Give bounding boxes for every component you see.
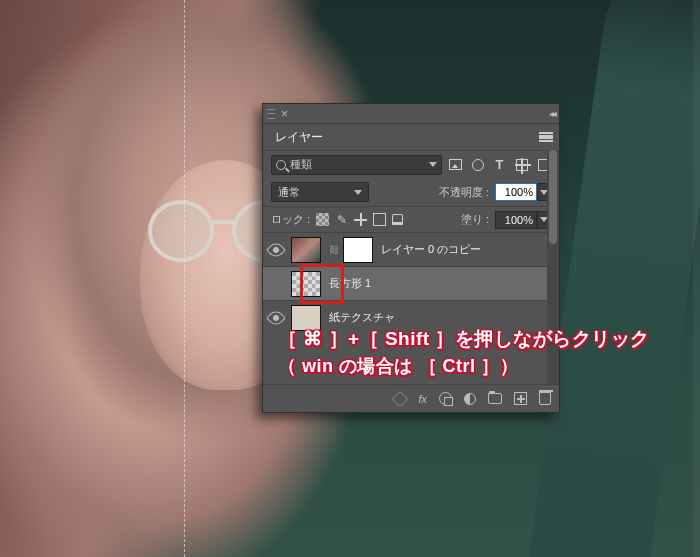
- scrollbar-thumb[interactable]: [549, 150, 557, 244]
- document-scrollbar[interactable]: [693, 0, 700, 557]
- callout-line-1: ［ ⌘ ］+［ Shift ］を押しながらクリック: [278, 324, 688, 353]
- callout-line-2: （ win の場合は ［ Ctrl ］）: [278, 353, 688, 381]
- layer-filter-label: 種類: [290, 157, 312, 172]
- selection-marching-ants: [184, 0, 186, 557]
- filter-shape-icon[interactable]: [514, 157, 529, 172]
- fill-label: 塗り :: [461, 212, 489, 227]
- layer-thumbnail[interactable]: [291, 237, 321, 263]
- filter-type-icon[interactable]: T: [492, 157, 507, 172]
- chevron-down-icon: [429, 162, 437, 167]
- blend-mode-dropdown[interactable]: 通常: [271, 182, 369, 202]
- panel-grip-icon[interactable]: [267, 109, 275, 119]
- adjustment-layer-icon[interactable]: [464, 393, 476, 405]
- visibility-toggle-icon[interactable]: [266, 274, 286, 294]
- blend-mode-value: 通常: [278, 185, 300, 200]
- chevron-down-icon: [354, 190, 362, 195]
- delete-layer-icon[interactable]: [539, 392, 551, 405]
- layer-filter-dropdown[interactable]: 種類: [271, 155, 442, 175]
- visibility-toggle-icon[interactable]: [266, 240, 286, 260]
- layer-fx-icon[interactable]: fx: [418, 393, 427, 405]
- layer-mask-thumbnail[interactable]: [343, 237, 373, 263]
- lock-transparency-icon[interactable]: [316, 213, 329, 226]
- layer-thumbnail[interactable]: [291, 271, 321, 297]
- layer-row[interactable]: ⛓ レイヤー 0 のコピー: [263, 232, 559, 266]
- layer-name[interactable]: レイヤー 0 のコピー: [381, 242, 481, 257]
- collapse-panel-icon[interactable]: ◂◂: [549, 108, 555, 119]
- tab-layers[interactable]: レイヤー: [263, 124, 335, 150]
- annotation-callout: ［ ⌘ ］+［ Shift ］を押しながらクリック （ win の場合は ［ C…: [278, 324, 688, 381]
- layer-row[interactable]: 長方形 1: [263, 266, 559, 300]
- new-layer-icon[interactable]: [514, 392, 527, 405]
- opacity-input[interactable]: 100%: [495, 183, 537, 201]
- hamburger-icon: [539, 132, 553, 142]
- fill-input[interactable]: 100%: [495, 211, 537, 229]
- new-group-icon[interactable]: [488, 393, 502, 404]
- search-icon: [276, 160, 286, 170]
- filter-pixel-icon[interactable]: [448, 157, 463, 172]
- panel-footer: fx: [263, 384, 559, 412]
- filter-adjustment-icon[interactable]: [470, 157, 485, 172]
- link-icon[interactable]: ⛓: [329, 244, 335, 255]
- lock-all-icon[interactable]: [392, 214, 403, 225]
- opacity-label: 不透明度 :: [439, 185, 489, 200]
- layer-name[interactable]: 紙テクスチャ: [329, 310, 395, 325]
- lock-artboard-icon[interactable]: [373, 213, 386, 226]
- add-mask-icon[interactable]: [439, 392, 452, 405]
- lock-label: ロック :: [271, 212, 310, 227]
- close-icon[interactable]: ×: [281, 107, 288, 121]
- panel-titlebar[interactable]: × ◂◂: [263, 104, 559, 124]
- link-layers-icon[interactable]: [392, 390, 409, 407]
- panel-menu-button[interactable]: [533, 124, 559, 150]
- lock-pixels-icon[interactable]: ✎: [335, 213, 348, 226]
- lock-position-icon[interactable]: [354, 213, 367, 226]
- layer-name[interactable]: 長方形 1: [329, 276, 371, 291]
